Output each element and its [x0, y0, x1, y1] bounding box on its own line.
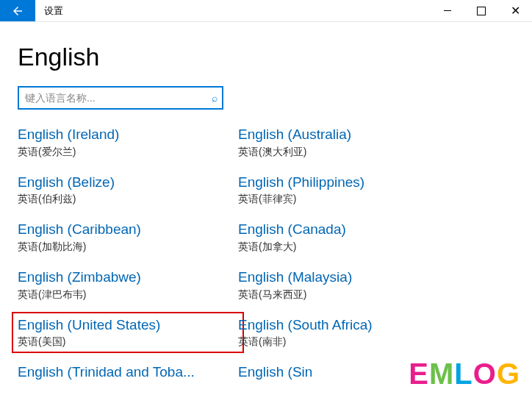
- language-native: 英语(南非): [238, 335, 459, 349]
- titlebar-spacer: [72, 0, 431, 21]
- language-native: 英语(美国): [18, 335, 238, 349]
- language-native: 英语(澳大利亚): [238, 146, 459, 159]
- window-title: 设置: [35, 0, 72, 21]
- language-name: English (Philippines): [238, 174, 451, 192]
- language-item[interactable]: English (Trinidad and Toba...: [18, 363, 238, 382]
- language-item[interactable]: English (Australia)英语(澳大利亚): [238, 126, 459, 159]
- titlebar: 设置 ✕: [0, 0, 532, 22]
- arrow-left-icon: [11, 4, 24, 18]
- watermark-letter: M: [429, 357, 454, 390]
- page-title: English: [18, 43, 514, 71]
- language-native: 英语(爱尔兰): [18, 146, 238, 159]
- language-item[interactable]: English (Ireland)英语(爱尔兰): [18, 126, 238, 159]
- close-button[interactable]: ✕: [498, 0, 532, 21]
- language-native: 英语(伯利兹): [18, 193, 238, 206]
- language-native: 英语(菲律宾): [238, 193, 459, 206]
- language-native: 英语(加勒比海): [18, 241, 238, 254]
- language-name: English (United States): [18, 316, 231, 335]
- language-item[interactable]: English (Philippines)英语(菲律宾): [238, 174, 459, 207]
- language-name: English (Trinidad and Toba...: [18, 363, 231, 382]
- language-item[interactable]: English (Zimbabwe)英语(津巴布韦): [18, 268, 238, 302]
- minimize-button[interactable]: [431, 0, 464, 21]
- watermark-letter: O: [473, 357, 497, 390]
- language-item[interactable]: English (Canada)英语(加拿大): [238, 221, 459, 254]
- language-item[interactable]: English (Caribbean)英语(加勒比海): [18, 221, 238, 254]
- language-item[interactable]: English (Belize)英语(伯利兹): [18, 174, 238, 207]
- search-input[interactable]: [18, 86, 223, 110]
- language-item[interactable]: English (Malaysia)英语(马来西亚): [238, 268, 459, 302]
- watermark: EMLOG: [409, 357, 520, 391]
- watermark-letter: E: [409, 357, 429, 390]
- language-name: English (Belize): [18, 174, 231, 192]
- language-native: 英语(津巴布韦): [18, 288, 238, 302]
- language-name: English (Australia): [238, 126, 451, 144]
- language-name: English (Canada): [238, 221, 451, 239]
- language-native: 英语(马来西亚): [238, 288, 459, 302]
- maximize-button[interactable]: [464, 0, 498, 21]
- language-name: English (Ireland): [18, 126, 231, 144]
- back-button[interactable]: [0, 0, 35, 21]
- language-name: English (South Africa): [238, 316, 451, 335]
- watermark-letter: G: [497, 357, 520, 390]
- search-wrap: ⌕: [18, 86, 223, 110]
- language-item[interactable]: English (South Africa)英语(南非): [238, 316, 459, 349]
- language-native: 英语(加拿大): [238, 241, 459, 254]
- watermark-letter: L: [454, 357, 472, 390]
- language-name: English (Zimbabwe): [18, 268, 231, 287]
- language-item[interactable]: English (United States)英语(美国): [12, 312, 244, 354]
- language-grid: English (Ireland)英语(爱尔兰)English (Austral…: [18, 126, 514, 382]
- content-area: English ⌕ English (Ireland)英语(爱尔兰)Englis…: [0, 22, 532, 382]
- language-name: English (Caribbean): [18, 221, 231, 239]
- language-name: English (Malaysia): [238, 268, 451, 287]
